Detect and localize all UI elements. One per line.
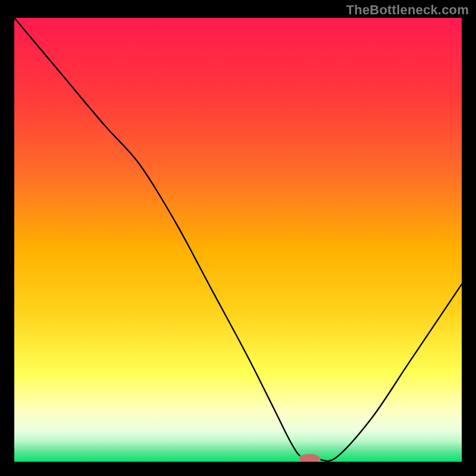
chart-frame: TheBottleneck.com [0,0,476,476]
watermark-text: TheBottleneck.com [346,2,469,18]
optimal-marker [299,454,320,462]
plot-area [14,18,462,462]
gradient-background [14,18,462,462]
chart-svg [14,18,462,462]
